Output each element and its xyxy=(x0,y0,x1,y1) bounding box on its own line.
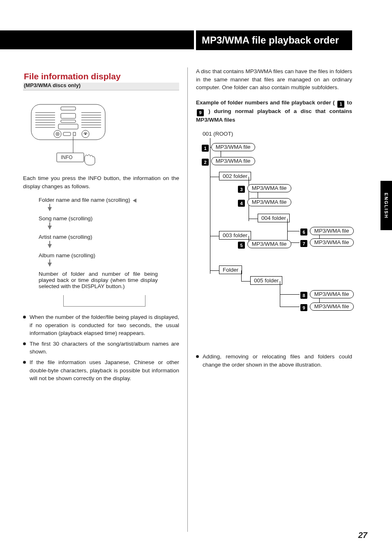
num-badge: 1 xyxy=(202,145,209,152)
info-button-label: INFO xyxy=(61,155,73,160)
device-illustration: INFO xyxy=(23,100,113,166)
num-badge: 2 xyxy=(202,159,209,166)
page-number: 27 xyxy=(358,531,367,540)
svg-rect-16 xyxy=(61,113,76,118)
info-flow: Folder name and file name (scrolling) So… xyxy=(39,197,179,307)
svg-rect-0 xyxy=(31,104,105,140)
tree-file: MP3/WMA file xyxy=(247,184,291,192)
section-heading: File information display (MP3/WMA discs … xyxy=(23,72,179,90)
arrow-left-icon xyxy=(133,199,136,203)
tree-file: MP3/WMA file xyxy=(211,143,255,151)
arrow-down-icon xyxy=(48,207,52,211)
tree-folder: 002 folder xyxy=(219,172,251,180)
tree-root: 001 (ROOT) xyxy=(203,131,233,137)
arrow-down-icon xyxy=(48,263,52,267)
num-badge: 9 xyxy=(197,109,204,116)
svg-rect-1 xyxy=(61,107,76,110)
svg-rect-24 xyxy=(73,132,76,136)
num-badge: 4 xyxy=(238,200,245,207)
svg-rect-17 xyxy=(61,120,76,122)
right-intro: A disc that contains MP3/WMA files can h… xyxy=(196,67,352,92)
tree-folder: Folder xyxy=(219,265,242,274)
tree-file: MP3/WMA file xyxy=(310,238,354,247)
tree-file: MP3/WMA file xyxy=(310,302,354,311)
arrow-down-icon xyxy=(48,244,52,248)
folder-tree: 001 (ROOT) 1 MP3/WMA file 2 MP3/WMA file… xyxy=(196,131,352,340)
right-column: MP3/WMA file playback order A disc that … xyxy=(196,30,352,532)
num-badge: 5 xyxy=(238,242,245,249)
svg-rect-23 xyxy=(63,132,71,136)
right-title: MP3/WMA file playback order xyxy=(196,30,352,50)
tree-folder: 003 folder xyxy=(219,231,251,240)
tree-file: MP3/WMA file xyxy=(247,240,291,248)
tree-file: MP3/WMA file xyxy=(310,290,354,298)
note-item: If the file information uses Japanese, C… xyxy=(23,358,179,383)
flow-loop-bracket xyxy=(63,295,145,307)
tree-file: MP3/WMA file xyxy=(247,198,291,206)
hand-pointer-icon xyxy=(85,155,95,165)
num-badge: 1 xyxy=(337,101,344,108)
flow-step-5: Number of folder and number of file bein… xyxy=(39,271,158,289)
column-divider xyxy=(187,67,188,532)
note-item: When the number of the folder/file being… xyxy=(23,313,179,337)
flow-step-4: Album name (scrolling) xyxy=(39,252,179,259)
example-heading: Example of folder numbers and file playb… xyxy=(196,99,352,124)
tree-file: MP3/WMA file xyxy=(211,157,255,165)
section-subtitle: (MP3/WMA discs only) xyxy=(24,82,178,88)
language-tab: ENGLISH xyxy=(380,181,392,230)
flow-step-1: Folder name and file name (scrolling) xyxy=(39,197,130,203)
num-badge: 7 xyxy=(300,240,307,247)
note-item: Adding, removing or relocating files and… xyxy=(196,353,352,369)
svg-point-26 xyxy=(85,133,86,135)
tree-file: MP3/WMA file xyxy=(310,227,354,235)
svg-rect-18 xyxy=(58,124,78,129)
flow-step-3: Artist name (scrolling) xyxy=(39,234,179,240)
num-badge: 6 xyxy=(300,229,307,235)
left-intro: Each time you press the INFO button, the… xyxy=(23,174,179,190)
num-badge: 9 xyxy=(300,304,307,311)
num-badge: 8 xyxy=(300,292,307,299)
top-black-bar xyxy=(0,30,194,49)
flow-step-2: Song name (scrolling) xyxy=(39,215,179,222)
language-tab-label: ENGLISH xyxy=(384,193,389,219)
arrow-down-icon xyxy=(48,226,52,230)
left-notes: When the number of the folder/file being… xyxy=(23,313,179,383)
tree-folder: 005 folder xyxy=(250,276,282,285)
tree-folder: 004 folder xyxy=(258,214,290,222)
right-notes: Adding, removing or relocating files and… xyxy=(196,353,352,369)
note-item: The first 30 characters of the song/arti… xyxy=(23,340,179,356)
left-column: File information display (MP3/WMA discs … xyxy=(23,72,179,532)
section-title: File information display xyxy=(24,72,178,81)
num-badge: 3 xyxy=(238,186,245,193)
